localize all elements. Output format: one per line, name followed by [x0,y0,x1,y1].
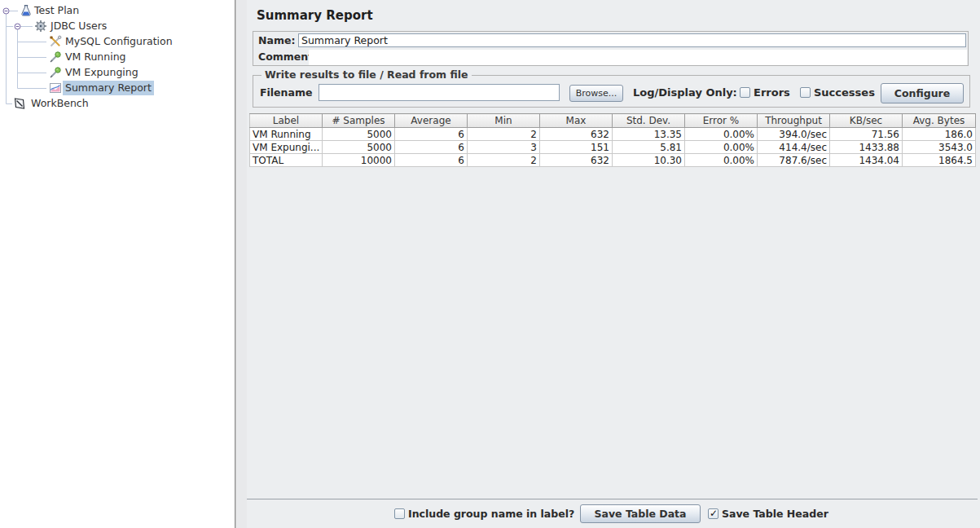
browse-button[interactable]: Browse... [569,85,623,102]
test-plan-tree-panel: Test Plan JDBC Users [0,0,235,528]
cell-max: 632 [540,128,613,141]
cell-std-dev: 13.35 [613,128,685,141]
write-results-group: Write results to file / Read from file F… [253,75,970,108]
tree-item-label: Summary Report [63,81,154,95]
cell-average: 6 [395,141,468,154]
cell-throughput: 414.4/sec [758,141,830,154]
cell-max: 151 [540,141,613,154]
tree-item-vm-running[interactable]: VM Running [0,50,235,64]
save-table-data-button[interactable]: Save Table Data [580,504,701,523]
log-display-only-label: Log/Display Only: [633,86,737,99]
cell-std-dev: 10.30 [613,154,685,167]
dropper-icon [49,66,62,79]
name-comments-box: Name: Comments: [253,31,969,66]
tree-item-vm-expunging[interactable]: VM Expunging [0,65,235,80]
comments-input[interactable] [309,50,967,65]
include-group-name-checkbox[interactable]: ✓ [394,508,405,519]
cell-kb-sec: 1434.04 [830,154,903,167]
cell-std-dev: 5.81 [613,141,685,154]
cell-average: 6 [395,128,468,141]
tree-item-label: Test Plan [32,3,81,18]
name-input[interactable] [298,33,966,47]
errors-checkbox-label: Errors [754,86,790,99]
tree-item-jdbc-users[interactable]: JDBC Users [0,19,235,33]
cell-error-pct: 0.00% [685,141,758,154]
cell-min: 2 [468,154,540,167]
cell-samples: 10000 [323,154,395,167]
split-pane-divider[interactable] [235,0,247,528]
tree-item-label: MySQL Configuration [63,34,175,49]
column-header-max[interactable]: Max [540,114,613,128]
gear-icon [34,20,47,33]
cell-min: 3 [468,141,540,154]
column-header-error-pct[interactable]: Error % [685,114,758,128]
column-header-throughput[interactable]: Throughput [758,114,830,128]
tree-item-workbench[interactable]: WorkBench [0,96,235,111]
successes-checkbox[interactable]: ✓ [800,87,811,98]
jmeter-window: { "colors": { "selection_highlight": "#b… [0,0,980,528]
dropper-icon [49,51,62,64]
chart-icon [49,81,62,95]
summary-results-table: Label # Samples Average Min Max Std. Dev… [249,113,976,167]
cell-min: 2 [468,128,540,141]
column-header-samples[interactable]: # Samples [323,114,395,128]
tree-item-label: VM Expunging [63,65,141,80]
workbench-icon [13,97,26,110]
column-header-avg-bytes[interactable]: Avg. Bytes [903,114,976,128]
cell-throughput: 394.0/sec [758,128,830,141]
cell-label: VM Expungi... [250,141,323,154]
cell-max: 632 [540,154,613,167]
cell-average: 6 [395,154,468,167]
save-table-header-label: Save Table Header [722,508,828,520]
summary-report-panel: Summary Report Name: Comments: Write res… [247,0,980,528]
table-footer-bar: ✓ Include group name in label? Save Tabl… [247,499,978,528]
cell-samples: 5000 [323,141,395,154]
cell-label: TOTAL [250,154,323,167]
save-table-header-checkbox[interactable]: ✓ [708,508,719,519]
tree-item-summary-report[interactable]: Summary Report [0,81,235,95]
include-group-name-label: Include group name in label? [408,508,574,520]
cell-error-pct: 0.00% [685,128,758,141]
cell-kb-sec: 71.56 [830,128,903,141]
write-results-group-title: Write results to file / Read from file [261,68,472,81]
tree-item-label: VM Running [63,50,129,64]
cell-kb-sec: 1433.88 [830,141,903,154]
cell-label: VM Running [250,128,323,141]
tree-item-test-plan[interactable]: Test Plan [0,3,235,18]
filename-input[interactable] [319,84,560,101]
flask-icon [20,4,33,17]
errors-checkbox[interactable]: ✓ [740,87,750,98]
table-row: VM Running 5000 6 2 632 13.35 0.00% 394.… [250,128,976,141]
column-header-label[interactable]: Label [250,114,323,128]
name-label: Name: [258,34,295,46]
page-title: Summary Report [257,8,373,23]
table-header-row: Label # Samples Average Min Max Std. Dev… [250,114,976,128]
cell-avg-bytes: 186.0 [903,128,976,141]
check-mark: ✓ [710,509,718,518]
table-row: VM Expungi... 5000 6 3 151 5.81 0.00% 41… [250,141,976,154]
column-header-std-dev[interactable]: Std. Dev. [613,114,685,128]
tree-item-label: WorkBench [29,96,91,111]
filename-label: Filename [260,86,312,99]
column-header-min[interactable]: Min [468,114,540,128]
cell-throughput: 787.6/sec [758,154,830,167]
tree-item-label: JDBC Users [48,19,109,33]
cell-error-pct: 0.00% [685,154,758,167]
successes-checkbox-label: Successes [814,86,875,99]
cell-avg-bytes: 3543.0 [903,141,976,154]
tools-icon [49,35,62,48]
tree-item-mysql-configuration[interactable]: MySQL Configuration [0,34,235,49]
cell-avg-bytes: 1864.5 [903,154,976,167]
configure-button[interactable]: Configure [881,83,964,103]
table-row: TOTAL 10000 6 2 632 10.30 0.00% 787.6/se… [250,154,976,167]
cell-samples: 5000 [323,128,395,141]
column-header-kb-sec[interactable]: KB/sec [830,114,903,128]
column-header-average[interactable]: Average [395,114,468,128]
